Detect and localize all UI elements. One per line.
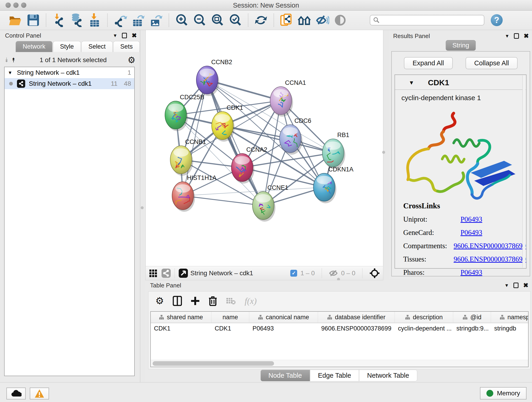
tab-network[interactable]: Network: [16, 41, 52, 52]
panel-menu-icon[interactable]: ▼: [113, 33, 118, 38]
column-header[interactable]: name: [211, 312, 249, 323]
horizontal-scrollbar[interactable]: [151, 360, 528, 367]
collapse-all-button[interactable]: Collapse All: [466, 57, 518, 69]
table-cell[interactable]: 9606.ENSP00000378699: [318, 325, 395, 332]
column-header[interactable]: @id: [453, 312, 491, 323]
float-panel-icon[interactable]: [513, 283, 519, 288]
results-scrollbar[interactable]: [522, 75, 526, 268]
export-table-icon[interactable]: [131, 13, 146, 27]
panel-menu-icon[interactable]: ▼: [505, 33, 510, 39]
memory-button[interactable]: Memory: [480, 387, 526, 400]
cloud-status-button[interactable]: [6, 388, 26, 400]
network-node-ccnb2[interactable]: CCNB2: [196, 59, 232, 96]
warnings-button[interactable]: [30, 388, 49, 400]
scrollbar-thumb[interactable]: [152, 361, 274, 366]
clone-network-icon[interactable]: [279, 13, 294, 27]
table-cell[interactable]: cyclin-dependent ...: [395, 325, 453, 332]
close-panel-icon[interactable]: ✖: [524, 32, 529, 40]
tab-sets[interactable]: Sets: [113, 41, 140, 52]
import-table-from-file-icon[interactable]: [87, 13, 102, 27]
column-header[interactable]: namespace: [491, 312, 529, 323]
crosslink-link[interactable]: P06493: [461, 215, 482, 223]
tab-style[interactable]: Style: [53, 41, 81, 52]
close-window-button[interactable]: [6, 2, 11, 8]
network-node-cdkn1a[interactable]: CDKN1A: [313, 166, 354, 203]
zoom-out-icon[interactable]: [192, 13, 207, 27]
string-network-graph[interactable]: CCNB2CCNA1CDC25BCDK1CDC6RB1CCNB1CCNA2CDK…: [146, 30, 383, 266]
float-panel-icon[interactable]: [122, 33, 127, 38]
float-panel-icon[interactable]: [514, 33, 519, 39]
delete-column-icon[interactable]: [209, 296, 217, 306]
tab-network-table[interactable]: Network Table: [359, 370, 417, 381]
import-network-from-file-icon[interactable]: [51, 13, 66, 27]
crosslink-link[interactable]: P06493: [461, 268, 482, 277]
show-hide-graphics-icon[interactable]: [315, 13, 330, 27]
show-columns-icon[interactable]: [173, 296, 182, 306]
table-toolbar: ⚙ f(x): [148, 292, 530, 310]
network-options-gear-icon[interactable]: ⚙: [128, 55, 135, 65]
refresh-icon[interactable]: [253, 13, 268, 27]
tab-select[interactable]: Select: [81, 41, 113, 52]
table-row[interactable]: CDK1CDK1P064939606.ENSP00000378699cyclin…: [151, 323, 528, 334]
help-icon[interactable]: ?: [491, 14, 503, 26]
column-header[interactable]: description: [395, 312, 453, 323]
zoom-in-icon[interactable]: [174, 13, 189, 27]
level-of-detail-icon[interactable]: [333, 13, 348, 27]
network-node-ccnb1[interactable]: CCNB1: [170, 138, 206, 176]
network-node-ccne1[interactable]: CCNE1: [253, 184, 288, 222]
panel-menu-icon[interactable]: ▼: [505, 283, 509, 288]
collapse-all-icon[interactable]: ⯯: [5, 56, 8, 64]
tab-edge-table[interactable]: Edge Table: [310, 370, 359, 381]
network-node-ccna1[interactable]: CCNA1: [270, 79, 306, 117]
birds-eye-view-icon[interactable]: [369, 268, 380, 279]
title-bar: Session: New Session: [0, 0, 532, 11]
close-panel-icon[interactable]: ✖: [132, 32, 137, 39]
network-node-hist1h1a[interactable]: HIST1H1A: [172, 174, 216, 212]
expand-all-button[interactable]: Expand All: [404, 57, 453, 69]
table-cell[interactable]: CDK1: [211, 325, 249, 332]
first-neighbors-icon[interactable]: [297, 13, 312, 27]
table-cell[interactable]: stringdb: [491, 325, 529, 332]
network-node-cdc25b[interactable]: CDC25B: [165, 94, 204, 131]
grid-view-icon[interactable]: [149, 269, 158, 278]
collapse-protein-icon[interactable]: ▼: [409, 80, 414, 86]
open-session-icon[interactable]: [8, 13, 23, 27]
protein-card-header[interactable]: ▼ CDK1: [395, 75, 526, 90]
zoom-fit-icon[interactable]: [210, 13, 225, 27]
collection-expand-icon[interactable]: ▼: [8, 70, 12, 75]
close-panel-icon[interactable]: ✖: [523, 282, 528, 289]
tab-node-table[interactable]: Node Table: [260, 370, 310, 381]
network-canvas[interactable]: CCNB2CCNA1CDC25BCDK1CDC6RB1CCNB1CCNA2CDK…: [146, 30, 383, 266]
network-edge[interactable]: [207, 80, 263, 206]
right-splitter-handle[interactable]: [382, 151, 385, 154]
export-network-icon[interactable]: [113, 13, 128, 27]
column-header[interactable]: canonical name: [249, 312, 318, 323]
add-column-icon[interactable]: [191, 296, 200, 306]
network-row[interactable]: String Network – cdk1 11 48: [5, 78, 134, 89]
minimize-window-button[interactable]: [13, 2, 19, 8]
table-options-gear-icon[interactable]: ⚙: [155, 295, 164, 306]
table-cell[interactable]: CDK1: [151, 325, 211, 332]
network-node-cdc6[interactable]: CDC6: [279, 117, 311, 155]
search-input[interactable]: [380, 17, 478, 24]
tab-string[interactable]: String: [446, 40, 476, 51]
detach-view-icon[interactable]: [178, 268, 188, 278]
column-header[interactable]: shared name: [151, 312, 211, 323]
crosslink-link[interactable]: P06493: [461, 229, 482, 237]
network-collection-row[interactable]: ▼ String Network – cdk1 1: [5, 67, 134, 78]
expand-all-icon[interactable]: ⯭: [12, 56, 16, 64]
network-badge-icon[interactable]: [161, 268, 171, 278]
zoom-selected-icon[interactable]: [228, 13, 243, 27]
save-session-icon[interactable]: [26, 13, 41, 27]
maximize-window-button[interactable]: [21, 2, 26, 8]
export-image-icon[interactable]: [148, 13, 164, 27]
column-header[interactable]: database identifier: [318, 312, 395, 323]
left-splitter-handle[interactable]: [141, 206, 144, 209]
import-network-from-database-icon[interactable]: [69, 13, 84, 27]
table-cell[interactable]: stringdb:9...: [453, 325, 491, 332]
selected-checkbox-icon[interactable]: ✓: [290, 270, 297, 277]
crosslink-link[interactable]: 9606.ENSP00000378699: [454, 255, 526, 263]
crosslink-link[interactable]: 9606.ENSP00000378699: [454, 242, 526, 250]
network-node-rb1[interactable]: RB1: [322, 132, 349, 169]
table-cell[interactable]: P06493: [249, 325, 318, 332]
